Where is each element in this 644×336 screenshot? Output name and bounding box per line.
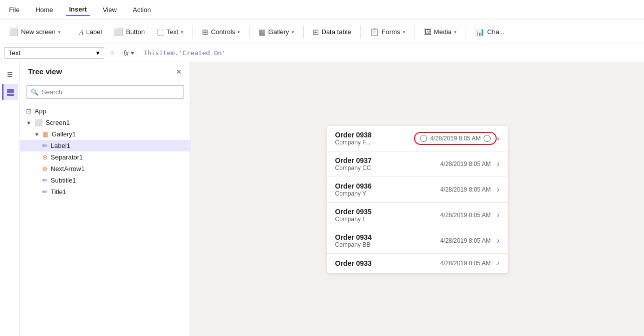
- media-caret: ▾: [454, 30, 457, 35]
- gallery-row-5[interactable]: Order 0934 Company BB 4/28/2019 8:05 AM …: [327, 228, 508, 254]
- menu-bar: File Home Insert View Action: [0, 0, 644, 20]
- sidebar-icons: ☰: [0, 62, 20, 336]
- text-button[interactable]: ⬚ Text ▾: [152, 25, 188, 39]
- label-button[interactable]: 𝐴 Label: [74, 25, 107, 39]
- tree-item-subtitle1[interactable]: ✏ Subtitle1: [20, 175, 190, 186]
- row4-content: Order 0935 Company I: [335, 208, 435, 223]
- title1-icon: ✏: [42, 188, 48, 196]
- gallery-row-2[interactable]: Order 0937 Company CC 4/28/2019 8:05 AM …: [327, 151, 508, 177]
- sidebar-layers-icon[interactable]: [2, 84, 18, 100]
- menu-home[interactable]: Home: [33, 4, 56, 16]
- gallery-row-6[interactable]: Order 0933 4/28/2019 8:05 AM ›: [327, 254, 508, 273]
- tree-item-nextarrow1[interactable]: ⊕ NextArrow1: [20, 163, 190, 175]
- row2-content: Order 0937 Company CC: [335, 156, 435, 172]
- gallery-row-3[interactable]: Order 0936 Company Y 4/28/2019 8:05 AM ›: [327, 177, 508, 203]
- label1-control[interactable]: 4/28/2019 8:05 AM: [414, 132, 497, 145]
- tree-search-field[interactable]: 🔍: [26, 85, 184, 99]
- row5-subtitle: Company BB: [335, 241, 435, 248]
- controls-caret: ▾: [238, 30, 240, 35]
- row2-title: Order 0937: [335, 156, 435, 164]
- fx-label: fx: [123, 49, 129, 57]
- toolbar-sep-3: [249, 26, 250, 38]
- app-icon: ⊡: [26, 107, 32, 115]
- formula-eq-symbol: =: [107, 49, 117, 57]
- tree-search-area: 🔍: [20, 81, 190, 103]
- gallery-row-4[interactable]: Order 0935 Company I 4/28/2019 8:05 AM ›: [327, 203, 508, 228]
- separator1-icon: ⊛: [42, 153, 48, 161]
- gallery-card: Order 0938 Company F... 4/28/2019 8:05 A…: [327, 126, 508, 273]
- subtitle1-icon: ✏: [42, 177, 48, 184]
- row3-title: Order 0936: [335, 182, 435, 190]
- controls-button[interactable]: ⊞ Controls ▾: [197, 25, 245, 39]
- control-handle-left[interactable]: [420, 135, 427, 142]
- formula-bar: Text ▾ = fx ▾ ThisItem.'Created On': [0, 44, 644, 62]
- nextarrow1-icon: ⊕: [42, 165, 48, 173]
- row3-subtitle: Company Y: [335, 190, 435, 197]
- forms-caret: ▾: [403, 30, 405, 35]
- tree-items: ⊡ App ▼ ⬜ Screen1 ▼ ▦ Gallery1 ✏ Label1: [20, 103, 190, 336]
- menu-file[interactable]: File: [6, 4, 23, 16]
- media-button[interactable]: 🖼 Media ▾: [419, 25, 462, 39]
- menu-view[interactable]: View: [100, 4, 120, 16]
- toolbar-sep-1: [70, 26, 70, 38]
- toolbar-sep-6: [414, 26, 415, 38]
- row4-date: 4/28/2019 8:05 AM: [440, 212, 491, 219]
- formula-fx-area[interactable]: fx ▾: [120, 49, 137, 57]
- button-button[interactable]: ⬜ Button: [109, 25, 150, 39]
- tree-close-button[interactable]: ✕: [176, 68, 182, 76]
- new-screen-button[interactable]: ⬜ New screen ▾: [4, 25, 66, 39]
- svg-rect-2: [7, 94, 14, 96]
- tree-item-screen1[interactable]: ▼ ⬜ Screen1: [20, 117, 190, 128]
- gallery-button[interactable]: ▦ Gallery ▾: [254, 25, 299, 39]
- row4-subtitle: Company I: [335, 216, 435, 223]
- search-input[interactable]: [42, 88, 179, 96]
- data-table-icon: ⊞: [313, 28, 319, 37]
- toolbar-sep-4: [303, 26, 304, 38]
- tree-item-gallery1[interactable]: ▼ ▦ Gallery1: [20, 128, 190, 140]
- tree-panel: Tree view ✕ 🔍 ⊡ App ▼ ⬜ Screen1 ▼: [20, 62, 190, 336]
- row5-title: Order 0934: [335, 233, 435, 241]
- screen1-collapse-icon: ▼: [26, 120, 32, 126]
- tree-item-title1[interactable]: ✏ Title1: [20, 186, 190, 198]
- row5-content: Order 0934 Company BB: [335, 233, 435, 248]
- tree-item-separator1[interactable]: ⊛ Separator1: [20, 151, 190, 163]
- new-screen-caret: ▾: [58, 30, 61, 35]
- row3-arrow-icon: ›: [497, 185, 499, 194]
- tree-header: Tree view ✕: [20, 62, 190, 81]
- row2-arrow-icon: ›: [497, 159, 499, 169]
- screen-icon: ⬜: [9, 28, 19, 37]
- text-icon: ⬚: [157, 28, 164, 37]
- charts-button[interactable]: 📊 Cha...: [470, 25, 510, 39]
- toolbar-sep-7: [466, 26, 466, 38]
- row1-content: Order 0938 Company F...: [335, 131, 414, 146]
- row6-title: Order 0933: [335, 259, 435, 267]
- control-handle-right[interactable]: [484, 135, 491, 142]
- main-area: ☰ Tree view ✕ 🔍 ⊡ App: [0, 62, 644, 336]
- row2-subtitle: Company CC: [335, 164, 435, 172]
- row5-date: 4/28/2019 8:05 AM: [440, 237, 491, 244]
- charts-icon: 📊: [475, 28, 485, 37]
- menu-action[interactable]: Action: [130, 4, 154, 16]
- search-icon: 🔍: [31, 88, 39, 96]
- menu-insert[interactable]: Insert: [66, 4, 90, 16]
- tree-item-label1[interactable]: ✏ Label1: [20, 140, 190, 151]
- gallery-icon: ▦: [259, 28, 266, 37]
- row6-date: 4/28/2019 8:05 AM: [440, 260, 491, 267]
- row3-date: 4/28/2019 8:05 AM: [440, 186, 491, 193]
- fx-caret-icon: ▾: [130, 49, 134, 57]
- tree-item-app[interactable]: ⊡ App: [20, 105, 190, 117]
- gallery-row-1[interactable]: Order 0938 Company F... 4/28/2019 8:05 A…: [327, 126, 508, 151]
- formula-dropdown[interactable]: Text ▾: [4, 47, 104, 59]
- button-icon: ⬜: [114, 28, 123, 37]
- row6-content: Order 0933: [335, 259, 435, 267]
- row1-title: Order 0938: [335, 131, 414, 139]
- sidebar-hamburger-icon[interactable]: ☰: [2, 66, 18, 82]
- data-table-button[interactable]: ⊞ Data table: [308, 25, 356, 39]
- gallery-icon: ▦: [43, 130, 49, 138]
- tree-view-title: Tree view: [28, 67, 62, 76]
- label1-icon: ✏: [42, 142, 48, 149]
- forms-button[interactable]: 📋 Forms ▾: [365, 25, 410, 39]
- row1-subtitle: Company F...: [335, 139, 414, 146]
- canvas-area: Order 0938 Company F... 4/28/2019 8:05 A…: [190, 62, 644, 336]
- formula-input[interactable]: ThisItem.'Created On': [140, 49, 640, 57]
